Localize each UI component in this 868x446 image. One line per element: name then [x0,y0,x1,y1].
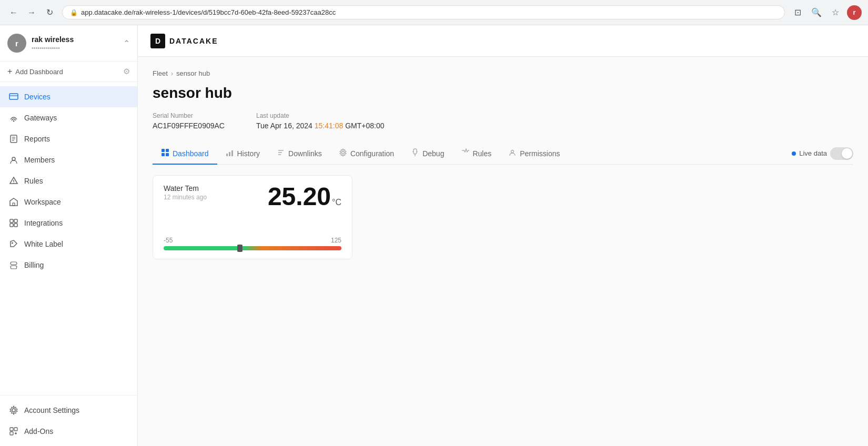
widget-unit: °C [332,198,341,207]
sidebar-item-label-members: Members [24,156,55,164]
svg-rect-19 [14,428,17,431]
workspace-chevron-icon[interactable]: ⌃ [123,38,130,48]
tabs-row: Dashboard History [153,143,853,165]
zoom-icon[interactable]: 🔍 [809,5,824,20]
tab-permissions[interactable]: Permissions [500,143,568,165]
tab-history[interactable]: History [217,143,269,165]
logo-text: DATACAKE [169,37,218,45]
sidebar-item-rules[interactable]: Rules [0,170,137,191]
tab-dashboard[interactable]: Dashboard [153,143,217,165]
tab-downlinks[interactable]: Downlinks [268,143,330,165]
downlinks-tab-icon [277,148,285,158]
settings-gear-icon[interactable]: ⚙ [123,67,130,76]
live-data-toggle[interactable] [830,147,853,160]
serial-number-value: AC1F09FFFE0909AC [153,121,225,130]
sidebar-item-gateways[interactable]: Gateways [0,107,137,128]
rules-tab-icon [461,148,469,158]
last-update-tz: GMT+08:00 [343,121,384,130]
main-content: D DATACAKE Fleet › sensor hub sensor hub… [138,25,868,446]
widget-header: Water Tem 12 minutes ago 25.20 °C [164,184,341,216]
billing-icon [8,260,19,270]
sidebar-item-label-billing: Billing [24,261,44,269]
device-meta-row: Serial Number AC1F09FFFE0909AC Last upda… [153,112,853,130]
url-text: app.datacake.de/rak-wireless-1/devices/d… [81,8,336,16]
workspace-name: rak wireless [32,35,118,44]
sidebar-item-label-integrations: Integrations [24,219,63,227]
last-update-field: Last update Tue Apr 16, 2024 15:41:08 GM… [256,112,385,130]
sidebar-item-reports[interactable]: Reports [0,128,137,149]
page-content: Fleet › sensor hub sensor hub Serial Num… [138,57,868,446]
gauge-container: -55 125 [164,237,341,250]
sidebar-item-integrations[interactable]: Integrations [0,212,137,234]
page-title: sensor hub [153,85,853,102]
sidebar: r rak wireless •••••••••••••• ⌃ + Add Da… [0,25,138,446]
sidebar-header: r rak wireless •••••••••••••• ⌃ [0,25,137,62]
svg-point-16 [12,242,13,244]
sidebar-item-workspace[interactable]: Workspace [0,191,137,212]
svg-point-7 [12,157,15,160]
add-dashboard-button[interactable]: + Add Dashboard [7,67,63,76]
svg-rect-25 [162,153,165,156]
back-button[interactable]: ← [6,5,21,20]
datacake-logo: D DATACAKE [150,34,218,48]
forward-button[interactable]: → [24,5,39,20]
sidebar-item-label-account-settings: Account Settings [24,406,79,414]
members-icon [8,155,19,165]
last-update-value: Tue Apr 16, 2024 15:41:08 GMT+08:00 [256,121,385,130]
address-bar[interactable]: 🔒 app.datacake.de/rak-wireless-1/devices… [62,5,785,19]
widget-value: 25.20 [268,184,331,209]
svg-rect-14 [10,224,13,227]
configuration-tab-icon [339,148,347,158]
water-temp-widget: Water Tem 12 minutes ago 25.20 °C -55 12… [153,175,352,259]
tab-rules[interactable]: Rules [452,143,500,165]
svg-point-35 [511,150,514,153]
svg-rect-24 [166,149,169,152]
devices-icon [8,92,19,102]
breadcrumb-parent[interactable]: Fleet [153,69,168,77]
star-icon[interactable]: ☆ [828,5,843,20]
tab-downlinks-label: Downlinks [288,149,322,158]
white-label-icon [8,239,19,249]
svg-point-17 [12,409,15,412]
profile-avatar[interactable]: r [847,5,862,20]
rules-icon [8,176,19,186]
tab-configuration[interactable]: Configuration [330,143,402,165]
reload-button[interactable]: ↻ [42,5,57,20]
sidebar-item-label-workspace: Workspace [24,198,61,206]
sidebar-item-billing[interactable]: Billing [0,255,137,276]
live-dot-icon [792,151,796,156]
logo-symbol: D [150,34,165,48]
sidebar-item-add-ons[interactable]: Add-Ons [0,421,137,442]
integrations-icon [8,218,19,228]
svg-rect-23 [162,149,165,152]
browser-chrome: ← → ↻ 🔒 app.datacake.de/rak-wireless-1/d… [0,0,868,25]
live-data-label: Live data [799,149,827,157]
sidebar-item-members[interactable]: Members [0,149,137,170]
sidebar-item-label-gateways: Gateways [24,114,57,122]
last-update-label: Last update [256,112,385,119]
tab-history-label: History [237,149,260,158]
svg-rect-29 [231,150,233,156]
translate-icon[interactable]: ⊡ [790,5,805,20]
sidebar-item-label-devices: Devices [24,93,51,101]
breadcrumb-chevron-icon: › [171,70,173,77]
gauge-labels: -55 125 [164,237,341,244]
widget-title-area: Water Tem 12 minutes ago [164,184,207,201]
sidebar-item-white-label[interactable]: White Label [0,234,137,255]
workspace-info: rak wireless •••••••••••••• [32,35,118,51]
tab-permissions-label: Permissions [520,149,560,158]
top-bar: D DATACAKE [138,25,868,57]
sidebar-item-account-settings[interactable]: Account Settings [0,400,137,421]
sidebar-item-label-reports: Reports [24,135,50,143]
sidebar-item-devices[interactable]: Devices [0,86,137,107]
tab-debug[interactable]: Debug [402,143,452,165]
debug-tab-icon [411,148,419,158]
add-ons-icon [8,426,19,437]
sidebar-item-label-white-label: White Label [24,240,63,248]
gauge-indicator [237,245,243,252]
workspace-sub: •••••••••••••• [32,45,118,51]
svg-point-2 [13,120,15,122]
widget-subtitle: 12 minutes ago [164,194,207,201]
add-dashboard-row: + Add Dashboard ⚙ [0,62,137,82]
permissions-tab-icon [508,148,517,158]
